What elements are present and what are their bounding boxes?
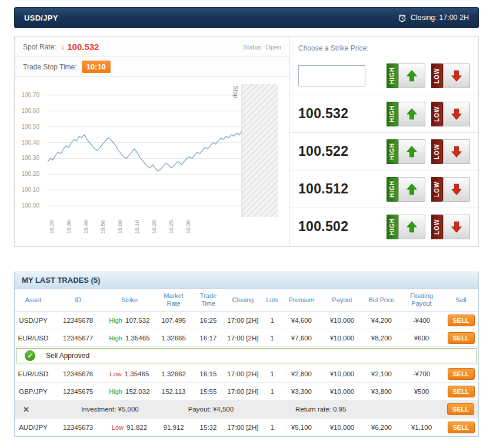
close-icon[interactable]: ✕ xyxy=(23,405,29,414)
cell-bid-price: ¥8,200 xyxy=(364,329,399,347)
trade-row: AUD/JPY 12345673 Low91.822 91.912 15:32 … xyxy=(15,419,478,436)
high-button[interactable]: HIGH xyxy=(387,102,425,126)
low-button[interactable]: LOW xyxy=(431,102,470,126)
low-button[interactable]: LOW xyxy=(431,63,470,88)
cell-premium: ¥3,300 xyxy=(282,383,321,400)
last-trades-title: MY LAST TRADES (5) xyxy=(15,272,478,289)
col-bid-price: Bid Price xyxy=(364,289,399,312)
sell-button[interactable]: SELL xyxy=(448,315,475,326)
trade-stop-label: Trade Stop Time: xyxy=(23,63,77,71)
spot-rate-row: Spot Rate: ↓ 100.532 Status:Open xyxy=(15,37,289,57)
direction-label: High xyxy=(109,335,122,342)
cell-closing: 17:00 [2H] xyxy=(224,365,262,383)
detail-return-rate: Return rate: 0.95 xyxy=(295,406,346,413)
high-button[interactable]: HIGH xyxy=(387,177,425,202)
low-label: LOW xyxy=(431,139,443,164)
col-strike: Strike xyxy=(104,289,154,312)
strike-price: 100.502 xyxy=(298,219,381,235)
strike-row: 100.532 HIGH LOW xyxy=(290,95,478,132)
cell-market-rate: 1.32665 xyxy=(155,329,193,347)
price-chart: 100.70100.60100.50100.40100.30100.20100.… xyxy=(15,77,289,246)
closing-time: Closing: 17:00 2H xyxy=(398,14,469,22)
strike-price: 100.522 xyxy=(298,143,381,159)
chart-x-axis: 15:2015:3015:4015:5016:0016:1016:2016:25… xyxy=(48,217,289,242)
approved-text: Sell Approved xyxy=(46,352,89,360)
cell-payout: ¥10,000 xyxy=(321,312,364,329)
high-label: HIGH xyxy=(387,102,398,126)
col-id: ID xyxy=(52,289,104,312)
high-label: HIGH xyxy=(387,215,398,239)
trading-panel: Spot Rate: ↓ 100.532 Status:Open Trade S… xyxy=(14,36,479,247)
cell-trade-time: 15:55 xyxy=(193,383,224,400)
col-sell: Sell xyxy=(444,289,478,312)
cell-market-rate: 152.113 xyxy=(155,383,193,400)
cell-lots: 1 xyxy=(262,419,282,436)
cell-floating-payout: ¥500 xyxy=(399,383,444,400)
strike-price-input[interactable] xyxy=(298,65,365,86)
cell-lots: 1 xyxy=(262,329,282,347)
arrow-up-icon xyxy=(398,177,425,202)
arrow-down-icon xyxy=(443,63,470,88)
trade-detail-row: ✕ Investment: ¥5,000 Payout: ¥4,500 Retu… xyxy=(15,400,478,419)
choose-strike-title: Choose a Strike Price: xyxy=(290,37,478,57)
last-trades-panel: MY LAST TRADES (5) Asset ID Strike Marke… xyxy=(14,272,479,437)
direction-label: High xyxy=(109,388,122,395)
detail-investment: Investment: ¥5,000 xyxy=(81,406,139,413)
cell-id: 12345677 xyxy=(52,329,104,347)
low-button[interactable]: LOW xyxy=(431,139,470,164)
sell-button[interactable]: SELL xyxy=(448,368,475,380)
cell-strike: High152.032 xyxy=(104,383,154,400)
arrow-down-icon xyxy=(443,177,470,202)
col-floating-payout: Floating Payout xyxy=(399,289,444,312)
chart-plot-area: Stop xyxy=(48,84,278,217)
high-button[interactable]: HIGH xyxy=(387,139,425,164)
sell-button[interactable]: SELL xyxy=(448,332,475,344)
cell-trade-time: 16:15 xyxy=(193,365,224,383)
cell-market-rate: 1.32662 xyxy=(155,365,193,383)
arrow-down-icon xyxy=(443,102,470,126)
low-button[interactable]: LOW xyxy=(431,177,470,202)
detail-payout: Payout: ¥4,500 xyxy=(188,406,234,413)
cell-strike: High107.532 xyxy=(104,312,154,329)
high-button[interactable]: HIGH xyxy=(387,215,425,239)
strike-value: 91.822 xyxy=(126,424,147,431)
strike-value: 152.032 xyxy=(125,388,150,395)
cell-payout: ¥10,000 xyxy=(321,365,364,383)
arrow-down-icon xyxy=(443,139,470,164)
trade-row: GBP/JPY 12345675 High152.032 152.113 15:… xyxy=(15,383,478,400)
strike-row: 100.502 HIGH LOW xyxy=(290,208,478,245)
sell-button[interactable]: SELL xyxy=(448,422,475,433)
high-label: HIGH xyxy=(387,177,398,202)
direction-label: Low xyxy=(110,370,122,377)
low-button[interactable]: LOW xyxy=(431,215,470,239)
low-label: LOW xyxy=(431,177,443,202)
arrow-up-icon xyxy=(398,139,425,164)
status-value: Open xyxy=(265,44,281,51)
cell-premium: ¥5,100 xyxy=(282,419,321,436)
strike-price: 100.512 xyxy=(298,181,381,197)
cell-closing: 17:00 [2H] xyxy=(224,383,262,400)
cell-asset: GBP/JPY xyxy=(15,383,52,400)
cell-payout: ¥10,000 xyxy=(321,419,364,436)
sell-approved-row: ✓ Sell Approved xyxy=(15,347,478,365)
high-button[interactable]: HIGH xyxy=(387,63,425,88)
chart-canvas xyxy=(48,84,278,217)
instrument-header: USD/JPY Closing: 17:00 2H xyxy=(14,7,479,28)
col-trade-time: Trade Time xyxy=(193,289,224,312)
cell-floating-payout: ¥600 xyxy=(399,329,444,347)
cell-floating-payout: -¥400 xyxy=(399,312,444,329)
spot-rate-label: Spot Rate: xyxy=(23,43,56,51)
col-lots: Lots xyxy=(262,289,282,312)
cell-strike: Low91.822 xyxy=(104,419,154,436)
cell-lots: 1 xyxy=(262,365,282,383)
sell-button[interactable]: SELL xyxy=(448,386,475,397)
market-column: Spot Rate: ↓ 100.532 Status:Open Trade S… xyxy=(15,37,290,246)
table-header-row: Asset ID Strike Market Rate Trade Time C… xyxy=(15,289,478,312)
direction-label: Low xyxy=(112,424,124,431)
alarm-clock-icon xyxy=(398,14,407,22)
market-status: Status:Open xyxy=(243,44,281,51)
cell-premium: ¥2,800 xyxy=(282,365,321,383)
sell-button[interactable]: SELL xyxy=(447,403,474,415)
status-label: Status: xyxy=(243,44,263,51)
cell-asset: USD/JPY xyxy=(15,312,52,329)
